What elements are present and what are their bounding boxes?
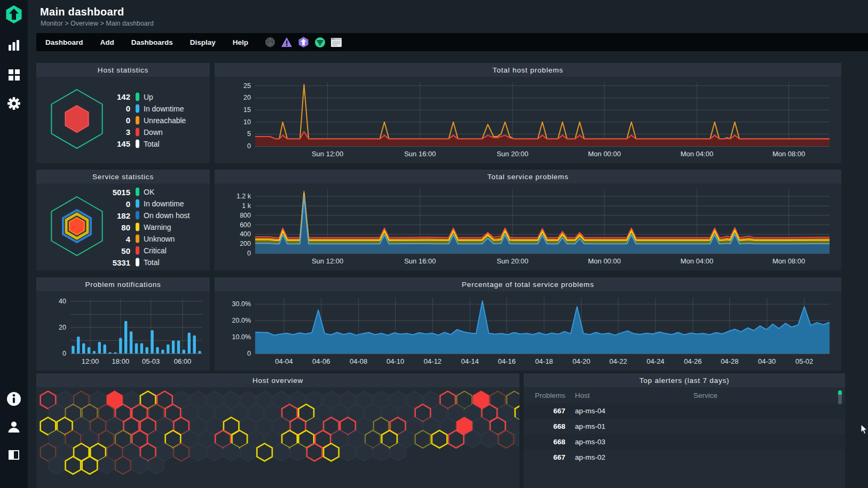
host-hexagon-none[interactable] (49, 457, 64, 474)
checkmk-logo[interactable] (0, 4, 28, 25)
filter-icon[interactable] (314, 36, 326, 48)
table-scrollbar[interactable] (838, 390, 842, 404)
mouse-cursor (861, 424, 868, 437)
column-header-problems[interactable]: Problems (524, 391, 565, 399)
svg-text:20.0%: 20.0% (232, 317, 251, 324)
host-hexagon-warning-outline[interactable] (82, 457, 98, 474)
stat-label: Warning (144, 223, 195, 231)
svg-text:Mon 04:00: Mon 04:00 (681, 150, 713, 158)
stat-row-warning[interactable]: 80Warning (107, 222, 195, 231)
service-statistics-hexagon[interactable] (48, 195, 106, 260)
menu-help[interactable]: Help (224, 33, 257, 51)
menu-display[interactable]: Display (182, 33, 224, 51)
alerter-row-ap-ms-04[interactable]: 667ap-ms-04 (524, 403, 845, 419)
host-hexagon-dim-critical[interactable] (173, 444, 189, 461)
stat-row-critical[interactable]: 50Critical (107, 246, 195, 255)
stat-row-unknown[interactable]: 4Unknown (107, 234, 195, 243)
host-hexagon-warning-outline[interactable] (323, 444, 339, 461)
stat-value: 3 (107, 127, 130, 137)
stat-row-ok[interactable]: 5015OK (107, 187, 195, 196)
stat-label: OK (144, 188, 195, 196)
host-hexagon-none[interactable] (290, 444, 306, 461)
svg-text:1.2 k: 1.2 k (236, 193, 251, 200)
host-hexagon-dim-critical[interactable] (499, 430, 514, 448)
host-hexagon-none[interactable] (149, 457, 164, 474)
host-hexagon-critical-outline[interactable] (307, 444, 322, 461)
globe-icon[interactable] (264, 36, 276, 48)
sidebar-toggle-icon[interactable] (0, 449, 28, 461)
menu-add[interactable]: Add (92, 33, 123, 51)
total-host-problems-title: Total host problems (215, 63, 841, 77)
host-overview-hexgrid (36, 387, 519, 488)
host-hexagon-none[interactable] (340, 444, 356, 461)
host-hexagon-none[interactable] (240, 444, 256, 461)
stat-row-on-down-host[interactable]: 182On down host (107, 211, 195, 220)
column-header-host[interactable]: Host (565, 391, 693, 399)
stat-row-total[interactable]: 5331Total (107, 258, 195, 267)
host-hexagon-none[interactable] (357, 444, 373, 461)
svg-text:0: 0 (62, 350, 66, 357)
host-hexagon-warning-outline[interactable] (432, 430, 447, 448)
host-hexagon-dim-warning[interactable] (415, 430, 431, 448)
stat-color-pill (136, 199, 139, 208)
stat-color-pill (136, 127, 139, 136)
monitor-icon[interactable] (0, 38, 28, 52)
stat-row-up[interactable]: 142Up (107, 92, 195, 101)
alerter-row-ap-ms-02[interactable]: 667ap-ms-02 (524, 450, 845, 465)
host-hexagon-none[interactable] (390, 444, 406, 461)
checkmk-badge-icon[interactable] (297, 36, 309, 48)
problem-notifications-panel: Problem notifications 12:0018:0005-0306:… (36, 277, 210, 371)
menubar: Dashboard Add Dashboards Display Help (36, 33, 868, 51)
svg-text:0: 0 (247, 250, 251, 257)
host-hexagon-none[interactable] (207, 444, 223, 461)
host-statistics-hexagon[interactable] (48, 87, 106, 153)
host-hexagon-warning-outline[interactable] (257, 444, 272, 461)
svg-text:Mon 00:00: Mon 00:00 (588, 257, 620, 265)
stat-value: 50 (107, 246, 130, 255)
svg-text:Sun 16:00: Sun 16:00 (404, 257, 436, 265)
stat-label: Down (144, 127, 195, 136)
host-hexagon-none[interactable] (99, 457, 114, 474)
stat-color-pill (136, 139, 139, 148)
stat-row-unreachable[interactable]: 0Unreachable (107, 116, 195, 125)
host-statistics-list: 142Up0In downtime0Unreachable3Down145Tot… (107, 90, 195, 151)
host-hexagon-critical-outline[interactable] (448, 430, 464, 448)
svg-text:05-03: 05-03 (142, 357, 160, 365)
stat-row-in-downtime[interactable]: 0In downtime (107, 104, 195, 113)
host-hexagon-none[interactable] (465, 430, 480, 448)
info-icon[interactable] (0, 391, 28, 407)
host-hexagon-none[interactable] (191, 444, 206, 461)
alerter-host-link[interactable]: ap-ms-01 (565, 422, 693, 430)
host-hexagon-none[interactable] (482, 430, 498, 448)
host-hexagon-none[interactable] (224, 444, 239, 461)
svg-text:10: 10 (243, 118, 251, 126)
user-icon[interactable] (0, 419, 28, 435)
menu-dashboard[interactable]: Dashboard (36, 33, 92, 51)
setup-gear-icon[interactable] (0, 96, 28, 111)
svg-text:0: 0 (247, 142, 251, 150)
svg-text:Sun 20:00: Sun 20:00 (496, 257, 528, 265)
svg-text:04-12: 04-12 (424, 357, 441, 365)
stat-row-in-downtime[interactable]: 0In downtime (107, 199, 195, 208)
problem-notifications-chart: 12:0018:0005-0306:0002040 (36, 291, 210, 371)
stat-value: 182 (107, 211, 130, 220)
host-hexagon-warning-outline[interactable] (66, 457, 81, 474)
warning-triangle-icon[interactable] (281, 36, 293, 48)
customize-icon[interactable] (0, 68, 28, 82)
alerter-row-ap-ms-01[interactable]: 668ap-ms-01 (524, 419, 845, 434)
total-service-problems-panel: Total service problems Sun 12:00Sun 16:0… (215, 170, 841, 270)
stat-label: Unreachable (144, 116, 195, 124)
alerter-host-link[interactable]: ap-ms-03 (565, 438, 693, 446)
host-hexagon-dim-critical[interactable] (115, 457, 131, 474)
stat-row-down[interactable]: 3Down (107, 127, 195, 137)
host-hexagon-none[interactable] (274, 444, 289, 461)
reschedule-icon[interactable] (330, 36, 342, 48)
alerter-host-link[interactable]: ap-ms-04 (565, 407, 693, 415)
host-hexagon-none[interactable] (374, 444, 389, 461)
menu-dashboards[interactable]: Dashboards (123, 33, 182, 51)
alerter-host-link[interactable]: ap-ms-02 (565, 453, 693, 461)
host-hexagon-none[interactable] (132, 457, 147, 474)
column-header-service[interactable]: Service (693, 391, 845, 399)
alerter-row-ap-ms-03[interactable]: 668ap-ms-03 (524, 434, 845, 450)
stat-row-total[interactable]: 145Total (107, 139, 195, 148)
